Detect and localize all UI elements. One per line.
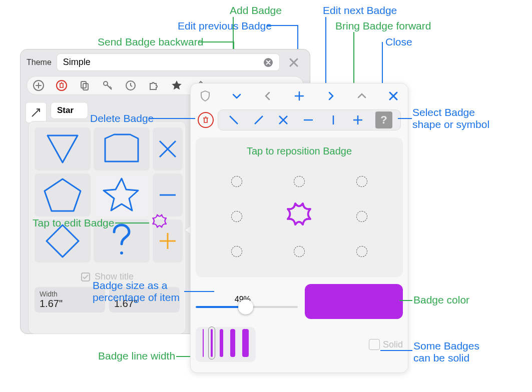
- shape-star[interactable]: [94, 174, 150, 216]
- shape-minus[interactable]: [153, 174, 183, 216]
- pos-br[interactable]: [356, 246, 367, 257]
- line-width-picker[interactable]: [196, 327, 256, 362]
- lw-option-5[interactable]: [242, 329, 249, 357]
- close-panel-icon[interactable]: [284, 54, 304, 70]
- star-tab-icon[interactable]: [170, 79, 183, 92]
- anno-select-shape: Select Badge shape or symbol: [412, 106, 522, 130]
- sym-plus[interactable]: [350, 112, 365, 128]
- width-value: 1.67": [40, 298, 100, 310]
- sym-vbar[interactable]: [326, 112, 341, 128]
- shape-pentagon[interactable]: [35, 174, 91, 216]
- anno-badge-color: Badge color: [413, 294, 469, 306]
- bottom-row: Solid: [196, 327, 403, 362]
- add-badge-button[interactable]: [292, 88, 307, 104]
- star-tab[interactable]: Star: [51, 102, 88, 119]
- anno-line-width: Badge line width: [98, 350, 175, 362]
- anno-edit-prev: Edit previous Badge: [178, 20, 272, 32]
- puzzle-icon[interactable]: [147, 79, 160, 92]
- width-label: Width: [40, 290, 100, 298]
- anno-bring-forward: Bring Badge forward: [335, 20, 431, 32]
- theme-value: Simple: [63, 57, 91, 68]
- anno-add-badge: Add Badge: [230, 4, 282, 16]
- trash-icon[interactable]: [55, 79, 68, 92]
- size-row: 49%: [196, 284, 403, 319]
- anno-size-pct: Badge size as a percentage of item: [93, 280, 193, 304]
- lw-option-3[interactable]: [220, 329, 223, 357]
- pos-ml[interactable]: [231, 211, 242, 222]
- position-grid-title: Tap to reposition Badge: [206, 146, 393, 157]
- lw-option-2[interactable]: [211, 329, 213, 357]
- symbol-row: ?: [196, 108, 403, 132]
- pos-tc[interactable]: [294, 176, 305, 187]
- anno-send-backward: Send Badge backward: [98, 36, 203, 48]
- anno-delete-badge: Delete Badge: [90, 112, 154, 124]
- pos-bc[interactable]: [294, 246, 305, 257]
- close-button[interactable]: [386, 88, 401, 104]
- send-backward-button[interactable]: [229, 88, 244, 104]
- edit-prev-button[interactable]: [260, 88, 275, 104]
- sym-x[interactable]: [276, 112, 291, 128]
- anno-solid: Some Badges can be solid: [413, 340, 513, 364]
- connector: [267, 25, 297, 26]
- theme-label: Theme: [27, 58, 52, 67]
- connector: [380, 350, 412, 351]
- bring-forward-button[interactable]: [354, 88, 369, 104]
- connector: [115, 222, 149, 224]
- theme-row: Theme Simple: [21, 50, 310, 75]
- add-icon[interactable]: [32, 79, 45, 92]
- lw-option-4[interactable]: [230, 329, 235, 357]
- pos-center-badge[interactable]: [283, 200, 315, 232]
- anno-close: Close: [385, 36, 412, 48]
- copy-icon[interactable]: [78, 79, 91, 92]
- solid-toggle[interactable]: Solid: [369, 339, 403, 350]
- sym-more-button[interactable]: ?: [375, 112, 392, 128]
- delete-badge-button[interactable]: [198, 112, 214, 128]
- solid-label: Solid: [383, 340, 403, 350]
- key-icon[interactable]: [101, 79, 114, 92]
- popover-toolbar: [196, 88, 403, 108]
- pos-bl[interactable]: [231, 246, 242, 257]
- solid-checkbox[interactable]: [369, 339, 380, 350]
- slider-track: [196, 306, 298, 308]
- connector: [198, 42, 233, 42]
- pos-tr[interactable]: [356, 176, 367, 187]
- clear-theme-icon[interactable]: [263, 58, 273, 68]
- connector: [399, 300, 412, 301]
- shield-icon[interactable]: [198, 88, 213, 104]
- connector: [176, 356, 190, 357]
- badge-editor-popover: ? Tap to reposition Badge 49%: [190, 83, 408, 373]
- position-grid: [206, 164, 393, 269]
- connector: [325, 17, 326, 92]
- sym-slash[interactable]: [251, 112, 266, 128]
- lw-option-1[interactable]: [203, 329, 204, 357]
- arrow-chip[interactable]: [26, 102, 47, 123]
- clock-icon[interactable]: [124, 79, 137, 92]
- shape-triangle-down[interactable]: [35, 128, 91, 170]
- theme-field[interactable]: Simple: [57, 54, 280, 71]
- size-slider[interactable]: 49%: [196, 295, 298, 308]
- position-grid-section: Tap to reposition Badge: [196, 138, 403, 277]
- star-tab-label: Star: [57, 106, 74, 115]
- anno-tap-edit: Tap to edit Badge: [33, 217, 114, 229]
- slider-thumb[interactable]: [238, 300, 253, 314]
- svg-point-7: [120, 252, 123, 254]
- symbol-strip: ?: [218, 110, 401, 130]
- mini-badge-icon: [150, 213, 169, 232]
- connector: [398, 118, 412, 119]
- anno-edit-next: Edit next Badge: [323, 4, 397, 16]
- shape-folder[interactable]: [94, 128, 150, 170]
- svg-point-2: [57, 80, 67, 90]
- sym-hdash[interactable]: [301, 112, 316, 128]
- sym-backslash[interactable]: [226, 112, 241, 128]
- badge-color-swatch[interactable]: [305, 284, 403, 319]
- pos-mr[interactable]: [356, 211, 367, 222]
- connector: [149, 118, 195, 119]
- shapes-grid: [29, 122, 186, 268]
- edit-next-button[interactable]: [323, 88, 338, 104]
- pos-tl[interactable]: [231, 176, 242, 187]
- shape-x[interactable]: [153, 128, 183, 170]
- connector: [184, 291, 214, 292]
